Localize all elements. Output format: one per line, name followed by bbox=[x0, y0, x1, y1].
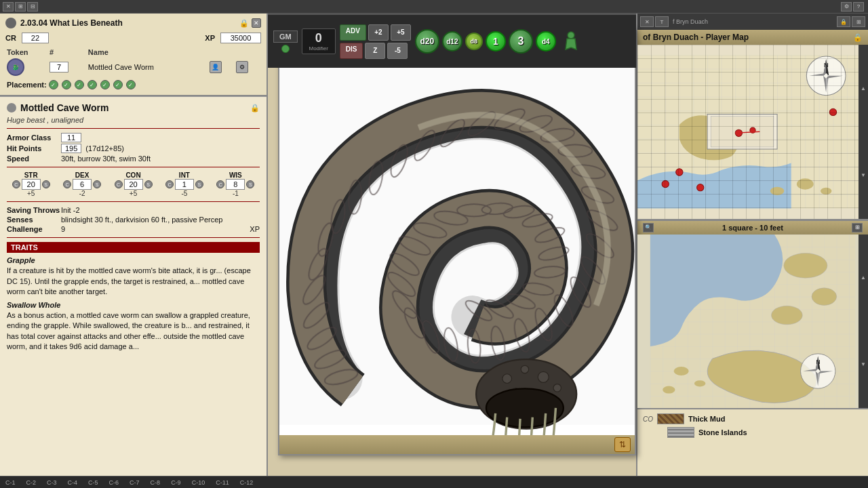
monster-lock-icon[interactable]: 🔒 bbox=[250, 103, 260, 113]
placement-check-7[interactable]: ✓ bbox=[126, 80, 136, 89]
coord-c8: C-8 bbox=[151, 479, 161, 486]
con-s-btn[interactable]: S bbox=[144, 180, 153, 188]
modifier-box[interactable]: 0 Modifier bbox=[302, 28, 336, 54]
con-cc-btn[interactable]: C bbox=[115, 180, 123, 188]
swallow-trait: Swallow Whole As a bonus action, a mottl… bbox=[7, 300, 260, 352]
int-score[interactable]: 1 bbox=[175, 179, 194, 190]
map-btn-1[interactable]: ✕ bbox=[640, 16, 654, 27]
toolbar-btn-1[interactable]: ✕ bbox=[3, 2, 14, 12]
monster-icon bbox=[7, 103, 16, 113]
cr-label: CR bbox=[5, 34, 16, 42]
encounter-lock-icon[interactable]: 🔒 bbox=[239, 18, 249, 28]
svg-point-65 bbox=[568, 32, 574, 39]
monster-type: Huge beast , unaligned bbox=[7, 116, 260, 124]
map-area-top[interactable]: N ▲ ▼ bbox=[637, 45, 868, 220]
str-score[interactable]: 20 bbox=[22, 179, 41, 190]
placement-check-3[interactable]: ✓ bbox=[75, 80, 84, 89]
map-scroll-arrows[interactable]: ▲ ▼ bbox=[859, 45, 868, 219]
int-cc-btn[interactable]: C bbox=[165, 180, 174, 188]
toolbar-btn-4[interactable]: ⚙ bbox=[841, 2, 852, 12]
wis-cc-btn[interactable]: C bbox=[216, 180, 224, 188]
encounter-close-btn[interactable]: ✕ bbox=[252, 18, 261, 28]
wis-s-btn[interactable]: S bbox=[246, 180, 254, 188]
placement-check-4[interactable]: ✓ bbox=[87, 80, 97, 89]
image-scroll-btn[interactable]: ⇅ bbox=[614, 437, 631, 452]
minus2-button[interactable]: Z bbox=[365, 43, 385, 59]
scale-btn-2[interactable]: ⊞ bbox=[852, 223, 863, 232]
scroll-up-arrow-2[interactable]: ▲ bbox=[859, 235, 868, 321]
dex-score[interactable]: 6 bbox=[73, 179, 92, 190]
con-label: CON bbox=[109, 171, 157, 179]
hp-value[interactable]: 195 bbox=[61, 144, 81, 153]
dice-1[interactable]: 1 bbox=[486, 31, 506, 52]
center-panel: Mottled Cave Worm 🔒 ↗ bbox=[268, 14, 637, 476]
int-s-btn[interactable]: S bbox=[195, 180, 203, 188]
scale-btn-1[interactable]: 🔍 bbox=[643, 223, 654, 232]
armor-class-row: Armor Class 11 bbox=[7, 133, 260, 142]
token-action-1[interactable]: 👤 bbox=[210, 61, 222, 73]
image-area: PAY. bbox=[279, 44, 635, 435]
ability-wis: WIS C 8 S -1 bbox=[212, 171, 260, 197]
con-score[interactable]: 20 bbox=[124, 179, 143, 190]
map-area-bottom[interactable]: N ▲ ▼ bbox=[637, 235, 868, 409]
saving-throws-row: Saving Throws Init -2 bbox=[7, 206, 260, 214]
monster-name: Mottled Cave Worm bbox=[20, 102, 108, 113]
map-btn-2[interactable]: T bbox=[655, 16, 669, 27]
dice-d20[interactable]: d20 bbox=[415, 29, 439, 54]
token-table: Token # Name 🐉 bbox=[5, 47, 261, 91]
minus5-button[interactable]: -5 bbox=[387, 43, 408, 59]
placement-check-5[interactable]: ✓ bbox=[100, 80, 110, 89]
monster-panel: Mottled Cave Worm 🔒 Huge beast , unalign… bbox=[0, 96, 267, 476]
coord-c9: C-9 bbox=[171, 479, 181, 486]
ability-str: STR C 20 S +5 bbox=[7, 171, 55, 197]
coord-c1: C-1 bbox=[5, 479, 16, 486]
dice-d4[interactable]: d4 bbox=[536, 31, 556, 52]
left-panel: 2.03.04 What Lies Beneath 🔒 ✕ CR 22 XP 3… bbox=[0, 14, 268, 476]
token-number-input[interactable] bbox=[50, 62, 68, 73]
legend-swatch-stone bbox=[667, 427, 694, 438]
right-panel: ✕ T f Bryn Duach 🔒 ⊞ of Bryn Duach - Pla… bbox=[637, 14, 868, 476]
hp-row: Hit Points 195 (17d12+85) bbox=[7, 144, 260, 153]
image-window: Mottled Cave Worm 🔒 ↗ bbox=[278, 27, 636, 455]
coord-c2: C-2 bbox=[26, 479, 37, 486]
map-bottom-scroll[interactable]: ▲ ▼ bbox=[859, 235, 868, 409]
xp-value[interactable]: 35000 bbox=[220, 33, 261, 43]
scroll-down-arrow[interactable]: ▼ bbox=[859, 131, 868, 218]
name-col-header: Name bbox=[87, 47, 208, 57]
token-action-2[interactable]: ⚙ bbox=[236, 61, 248, 73]
plus2-button[interactable]: +2 bbox=[368, 24, 389, 41]
map-lock-icon[interactable]: 🔒 bbox=[853, 33, 863, 42]
dice-d8[interactable]: d8 bbox=[465, 33, 483, 50]
toolbar-btn-3[interactable]: ⊟ bbox=[27, 2, 38, 12]
ac-value[interactable]: 11 bbox=[61, 133, 81, 142]
plus5-button[interactable]: +5 bbox=[391, 24, 411, 41]
dice-3[interactable]: 3 bbox=[509, 29, 533, 54]
svg-point-88 bbox=[694, 380, 705, 386]
str-s-btn[interactable]: S bbox=[42, 180, 50, 188]
saving-throws-label: Saving Throws bbox=[7, 206, 61, 214]
placement-check-6[interactable]: ✓ bbox=[113, 80, 123, 89]
adv-button[interactable]: ADV bbox=[340, 24, 366, 41]
placement-check-1[interactable]: ✓ bbox=[49, 80, 58, 89]
wis-score[interactable]: 8 bbox=[226, 179, 245, 190]
map-top-toolbar: ✕ T f Bryn Duach 🔒 ⊞ bbox=[637, 14, 868, 30]
swallow-text: As a bonus action, a mottled cave worm c… bbox=[7, 311, 250, 350]
dis-button[interactable]: DIS bbox=[340, 43, 363, 59]
map-btn-3[interactable]: 🔒 bbox=[837, 16, 850, 27]
scroll-up-arrow[interactable]: ▲ bbox=[859, 45, 868, 131]
toolbar-btn-2[interactable]: ⊞ bbox=[15, 2, 26, 12]
stat-divider-4 bbox=[7, 237, 260, 238]
dex-cc-btn[interactable]: C bbox=[63, 180, 71, 188]
dice-d12[interactable]: d12 bbox=[442, 31, 462, 52]
toolbar-btn-5[interactable]: ? bbox=[853, 2, 864, 12]
stone-islands-label: Stone Islands bbox=[698, 428, 747, 436]
map-btn-4[interactable]: ⊞ bbox=[852, 16, 865, 27]
scroll-down-arrow-2[interactable]: ▼ bbox=[859, 321, 868, 408]
co-label: CO bbox=[643, 415, 653, 423]
placement-check-2[interactable]: ✓ bbox=[62, 80, 71, 89]
dex-s-btn[interactable]: S bbox=[93, 180, 101, 188]
str-cc-btn[interactable]: C bbox=[12, 180, 20, 188]
figure-icon[interactable] bbox=[560, 29, 582, 54]
svg-point-54 bbox=[553, 384, 561, 392]
cr-value[interactable]: 22 bbox=[22, 33, 49, 43]
